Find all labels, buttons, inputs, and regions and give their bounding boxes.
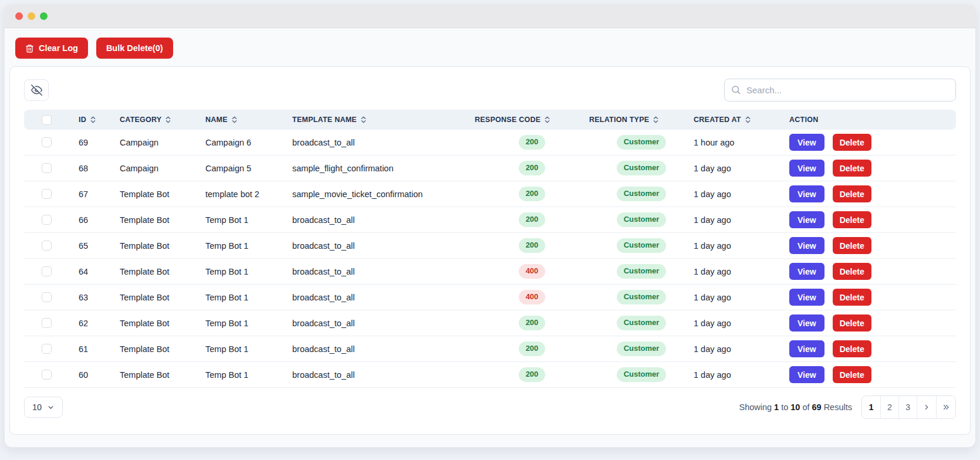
response-code-badge: 200 <box>519 238 546 253</box>
cell-template-name: sample_movie_ticket_confirmation <box>292 181 475 207</box>
chevron-down-icon <box>47 404 55 411</box>
row-checkbox[interactable] <box>42 241 52 251</box>
cell-category: Template Bot <box>120 259 205 285</box>
cell-id: 64 <box>74 259 120 285</box>
cell-created-at: 1 hour ago <box>694 130 789 155</box>
row-checkbox[interactable] <box>42 370 52 380</box>
bulk-delete-button[interactable]: Bulk Delete(0) <box>96 38 173 59</box>
column-header-name[interactable]: NAME <box>205 110 292 130</box>
delete-button[interactable]: Delete <box>833 134 871 151</box>
zoom-window-button[interactable] <box>40 12 48 20</box>
delete-button[interactable]: Delete <box>833 366 871 383</box>
sort-icon[interactable] <box>165 116 171 124</box>
delete-button[interactable]: Delete <box>833 211 871 228</box>
cell-category: Template Bot <box>120 285 205 310</box>
sort-icon[interactable] <box>544 116 550 124</box>
response-code-badge: 200 <box>519 212 546 227</box>
view-button[interactable]: View <box>789 160 824 177</box>
cell-created-at: 1 day ago <box>694 233 789 259</box>
sort-icon[interactable] <box>231 116 238 124</box>
close-window-button[interactable] <box>15 12 23 20</box>
last-page-button[interactable] <box>936 396 955 418</box>
table-controls <box>24 79 956 102</box>
column-header-template-name[interactable]: TEMPLATE NAME <box>292 110 475 130</box>
view-button[interactable]: View <box>789 134 824 151</box>
row-checkbox[interactable] <box>42 163 52 173</box>
view-button[interactable]: View <box>789 185 824 202</box>
row-checkbox[interactable] <box>42 344 52 354</box>
delete-button[interactable]: Delete <box>833 314 871 332</box>
page-button-2[interactable]: 2 <box>880 396 898 418</box>
results-summary: Showing 1 to 10 of 69 Results <box>739 402 852 412</box>
delete-button[interactable]: Delete <box>833 340 871 357</box>
clear-log-label: Clear Log <box>39 43 78 53</box>
log-table-card: ID CATEGORY NAME TEMPLATE NAME RESPONSE … <box>9 66 971 435</box>
view-button[interactable]: View <box>789 289 824 306</box>
clear-log-button[interactable]: Clear Log <box>15 38 88 59</box>
sort-icon[interactable] <box>653 116 659 124</box>
cell-category: Template Bot <box>120 362 205 388</box>
response-code-badge: 200 <box>519 161 546 175</box>
row-checkbox[interactable] <box>42 189 52 199</box>
response-code-badge: 200 <box>519 316 546 330</box>
row-checkbox[interactable] <box>42 292 52 302</box>
next-page-button[interactable] <box>917 396 936 418</box>
view-button[interactable]: View <box>789 340 824 357</box>
table-row: 67 Template Bot template bot 2 sample_mo… <box>24 181 956 207</box>
view-button[interactable]: View <box>789 211 824 228</box>
cell-name: template bot 2 <box>205 181 292 207</box>
search-input[interactable] <box>724 79 956 102</box>
cell-created-at: 1 day ago <box>694 259 789 285</box>
column-header-created-at[interactable]: CREATED AT <box>694 110 789 130</box>
footer-right: Showing 1 to 10 of 69 Results 1 2 3 <box>739 395 956 419</box>
minimize-window-button[interactable] <box>28 12 35 20</box>
eye-off-icon <box>31 84 42 96</box>
view-button[interactable]: View <box>789 314 824 332</box>
view-button[interactable]: View <box>789 263 824 280</box>
trash-icon <box>25 44 34 53</box>
column-header-relation-type[interactable]: RELATION TYPE <box>589 110 694 130</box>
column-header-action: ACTION <box>789 110 956 130</box>
table-row: 68 Campaign Campaign 5 sample_flight_con… <box>24 155 956 181</box>
page-button-3[interactable]: 3 <box>898 396 917 418</box>
sort-icon[interactable] <box>90 116 96 124</box>
response-code-badge: 400 <box>519 290 546 305</box>
cell-created-at: 1 day ago <box>694 181 789 207</box>
column-header-id[interactable]: ID <box>74 110 120 130</box>
table-row: 65 Template Bot Temp Bot 1 broadcast_to_… <box>24 233 956 259</box>
cell-name: Campaign 6 <box>205 130 292 155</box>
table-row: 63 Template Bot Temp Bot 1 broadcast_to_… <box>24 285 956 310</box>
view-button[interactable]: View <box>789 237 824 254</box>
cell-name: Temp Bot 1 <box>205 336 292 362</box>
delete-button[interactable]: Delete <box>833 289 871 306</box>
toggle-columns-visibility-button[interactable] <box>24 79 49 101</box>
pagination: 1 2 3 <box>861 395 956 419</box>
delete-button[interactable]: Delete <box>833 185 871 202</box>
page-size-select[interactable]: 10 <box>24 397 63 418</box>
table-row: 69 Campaign Campaign 6 broadcast_to_all … <box>24 130 956 155</box>
cell-category: Template Bot <box>120 181 205 207</box>
column-header-response-code[interactable]: RESPONSE CODE <box>475 110 589 130</box>
cell-id: 67 <box>74 181 120 207</box>
delete-button[interactable]: Delete <box>833 160 871 177</box>
relation-type-badge: Customer <box>617 187 667 201</box>
select-all-checkbox[interactable] <box>42 115 52 125</box>
sort-icon[interactable] <box>360 116 367 124</box>
delete-button[interactable]: Delete <box>833 237 871 254</box>
response-code-badge: 400 <box>519 264 546 279</box>
row-checkbox[interactable] <box>42 215 52 225</box>
row-checkbox[interactable] <box>42 266 52 276</box>
cell-created-at: 1 day ago <box>694 155 789 181</box>
view-button[interactable]: View <box>789 366 824 383</box>
relation-type-badge: Customer <box>617 341 667 356</box>
delete-button[interactable]: Delete <box>833 263 871 280</box>
page-button-1[interactable]: 1 <box>862 396 880 418</box>
cell-template-name: broadcast_to_all <box>292 233 475 259</box>
row-checkbox[interactable] <box>42 318 52 328</box>
sort-icon[interactable] <box>745 116 751 124</box>
page-size-value: 10 <box>32 402 42 412</box>
cell-category: Campaign <box>120 130 205 155</box>
column-header-category[interactable]: CATEGORY <box>120 110 205 130</box>
cell-name: Campaign 5 <box>205 155 292 181</box>
row-checkbox[interactable] <box>42 137 52 147</box>
